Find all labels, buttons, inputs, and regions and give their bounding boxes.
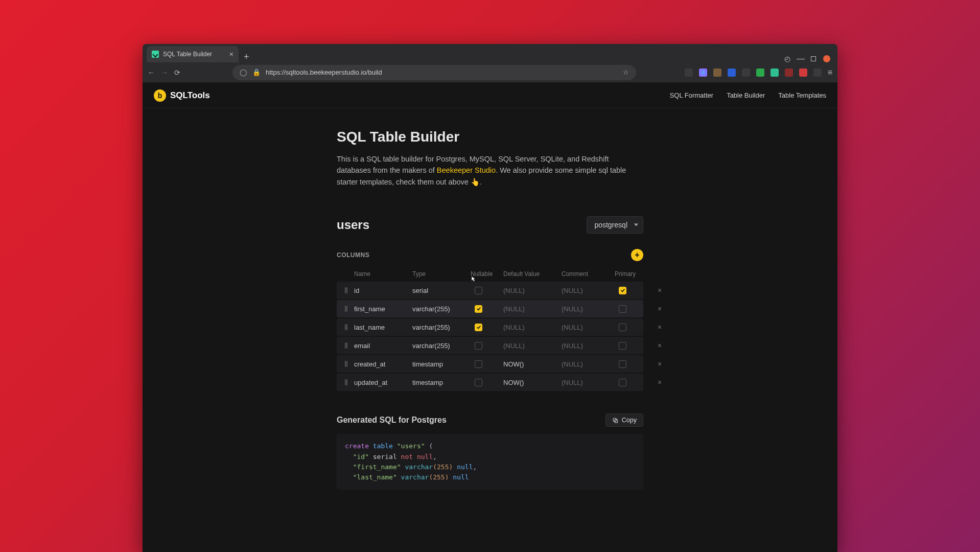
- nullable-checkbox[interactable]: [475, 379, 482, 386]
- col-header-primary: Primary: [615, 270, 650, 278]
- nullable-checkbox[interactable]: [475, 287, 482, 294]
- menu-icon[interactable]: ≡: [828, 68, 832, 77]
- ext-icon[interactable]: [799, 68, 807, 77]
- primary-checkbox[interactable]: [619, 287, 626, 294]
- lock-icon: 🔒: [252, 68, 261, 76]
- reload-button[interactable]: ⟳: [174, 68, 180, 77]
- delete-row-button[interactable]: ×: [652, 360, 667, 368]
- browser-window: SQL Table Builder × + ◴ — ← → ⟳ ◯ 🔒 http…: [143, 44, 837, 552]
- primary-checkbox[interactable]: [619, 360, 626, 368]
- nullable-checkbox[interactable]: [475, 305, 482, 313]
- drag-handle-icon[interactable]: [340, 306, 352, 312]
- sql-token: varchar: [405, 463, 433, 471]
- drag-handle-icon[interactable]: [340, 342, 352, 349]
- col-name-input[interactable]: first_name: [354, 305, 410, 313]
- nullable-checkbox[interactable]: [475, 360, 482, 368]
- default-value-input[interactable]: (NULL): [503, 324, 559, 331]
- back-button[interactable]: ←: [148, 68, 155, 77]
- bookmark-star-icon[interactable]: ☆: [623, 68, 629, 76]
- drag-handle-icon[interactable]: [340, 324, 352, 330]
- nav-table-templates[interactable]: Table Templates: [778, 91, 826, 99]
- window-close-button[interactable]: [823, 55, 830, 62]
- default-value-input[interactable]: NOW(): [503, 360, 559, 368]
- col-type-input[interactable]: timestamp: [412, 360, 469, 368]
- comment-input[interactable]: (NULL): [562, 360, 613, 368]
- col-name-input[interactable]: last_name: [354, 324, 410, 331]
- comment-input[interactable]: (NULL): [562, 342, 613, 350]
- columns-section-head: COLUMNS +: [337, 249, 643, 261]
- col-type-input[interactable]: serial: [412, 287, 469, 294]
- primary-checkbox[interactable]: [619, 305, 626, 313]
- comment-input[interactable]: (NULL): [562, 287, 613, 294]
- tab-title: SQL Table Builder: [163, 51, 212, 58]
- drag-handle-icon[interactable]: [340, 379, 352, 385]
- col-name-input[interactable]: id: [354, 287, 410, 294]
- default-value-input[interactable]: (NULL): [503, 342, 559, 350]
- db-engine-select[interactable]: postgresql: [587, 216, 643, 234]
- window-maximize-button[interactable]: [811, 56, 816, 61]
- new-tab-button[interactable]: +: [239, 52, 254, 62]
- table-row: email varchar(255) (NULL) (NULL) ×: [337, 337, 643, 354]
- tab-favicon-icon: [152, 51, 159, 58]
- ext-icon[interactable]: [742, 68, 750, 77]
- ext-icon[interactable]: [771, 68, 779, 77]
- col-header-name: Name: [354, 270, 410, 278]
- ext-icon[interactable]: [813, 68, 822, 77]
- col-header-type: Type: [412, 270, 469, 278]
- table-row: id serial (NULL) (NULL) ×: [337, 282, 643, 299]
- sql-token: ,: [473, 463, 477, 471]
- delete-row-button[interactable]: ×: [652, 378, 667, 386]
- col-type-input[interactable]: timestamp: [412, 379, 469, 386]
- sql-token: create: [345, 442, 369, 450]
- url-text: https://sqltools.beekeeperstudio.io/buil…: [266, 68, 382, 76]
- ext-icon[interactable]: [699, 68, 707, 77]
- primary-checkbox[interactable]: [619, 324, 626, 331]
- site-logo[interactable]: b SQLTools: [154, 89, 210, 102]
- comment-input[interactable]: (NULL): [562, 324, 613, 331]
- ext-icon[interactable]: [685, 68, 693, 77]
- page-main: SQL Table Builder This is a SQL table bu…: [337, 129, 643, 510]
- add-column-button[interactable]: +: [631, 249, 643, 261]
- col-type-input[interactable]: varchar(255): [412, 324, 469, 331]
- tab-close-button[interactable]: ×: [229, 50, 234, 58]
- sql-token: table: [373, 442, 393, 450]
- comment-input[interactable]: (NULL): [562, 305, 613, 313]
- col-type-input[interactable]: varchar(255): [412, 342, 469, 350]
- delete-row-button[interactable]: ×: [652, 323, 667, 331]
- site-header: b SQLTools SQL Formatter Table Builder T…: [143, 83, 837, 108]
- nav-sql-formatter[interactable]: SQL Formatter: [670, 91, 713, 99]
- ext-icon[interactable]: [713, 68, 721, 77]
- primary-checkbox[interactable]: [619, 379, 626, 386]
- table-name-input[interactable]: users: [337, 218, 369, 232]
- beekeeper-link[interactable]: Beekeeper Studio: [437, 166, 496, 174]
- col-name-input[interactable]: created_at: [354, 360, 410, 368]
- comment-input[interactable]: (NULL): [562, 379, 613, 386]
- default-value-input[interactable]: (NULL): [503, 287, 559, 294]
- delete-row-button[interactable]: ×: [652, 341, 667, 350]
- generated-sql-head: Generated SQL for Postgres Copy: [337, 413, 643, 427]
- col-type-input[interactable]: varchar(255): [412, 305, 469, 313]
- primary-checkbox[interactable]: [619, 342, 626, 350]
- nullable-checkbox[interactable]: [475, 324, 482, 331]
- nav-table-builder[interactable]: Table Builder: [727, 91, 765, 99]
- copy-button[interactable]: Copy: [605, 413, 643, 427]
- default-value-input[interactable]: NOW(): [503, 379, 559, 386]
- ext-icon[interactable]: [728, 68, 736, 77]
- drag-handle-icon[interactable]: [340, 287, 352, 293]
- browser-tab[interactable]: SQL Table Builder ×: [147, 46, 239, 62]
- default-value-input[interactable]: (NULL): [503, 305, 559, 313]
- nullable-checkbox[interactable]: [475, 342, 482, 350]
- col-name-input[interactable]: email: [354, 342, 410, 350]
- table-row: first_name varchar(255) (NULL) (NULL) ×: [337, 300, 643, 317]
- forward-button[interactable]: →: [161, 68, 168, 77]
- ext-icon[interactable]: [785, 68, 793, 77]
- delete-row-button[interactable]: ×: [652, 286, 667, 294]
- stopwatch-icon[interactable]: ◴: [784, 56, 790, 62]
- col-name-input[interactable]: updated_at: [354, 379, 410, 386]
- drag-handle-icon[interactable]: [340, 361, 352, 367]
- ext-icon[interactable]: [756, 68, 764, 77]
- brand-name: SQLTools: [170, 90, 210, 101]
- window-minimize-button[interactable]: —: [798, 56, 804, 62]
- delete-row-button[interactable]: ×: [652, 305, 667, 313]
- url-field[interactable]: ◯ 🔒 https://sqltools.beekeeperstudio.io/…: [232, 65, 636, 80]
